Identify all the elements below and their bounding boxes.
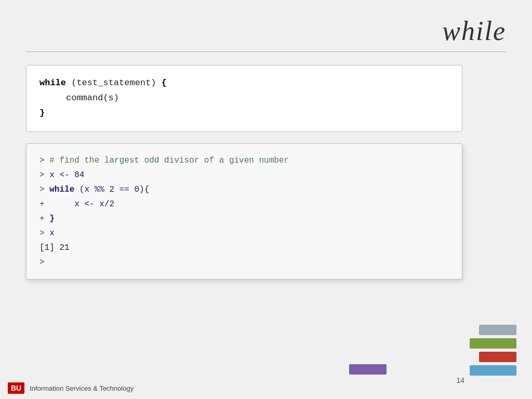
console-line-5: + } <box>39 211 449 226</box>
footer: BU Information Services & Technology <box>0 382 532 394</box>
syntax-line-3: } <box>39 106 449 121</box>
while-keyword-console: while <box>49 185 74 194</box>
plus-2: + <box>39 214 45 223</box>
console-line-8: > <box>39 255 449 270</box>
slide: while while (test_statement) { command(s… <box>0 0 532 399</box>
code-close-brace: } <box>49 214 55 223</box>
decoration-bars <box>470 325 516 376</box>
code-while-start: while (x %% 2 == 0){ <box>49 185 149 194</box>
code-x-assign: x <- 84 <box>49 170 84 180</box>
bar-gray <box>479 325 516 335</box>
footer-org: Information Services & Technology <box>30 384 134 392</box>
while-keyword: while <box>39 78 66 88</box>
bar-purple <box>349 364 387 375</box>
comment-text: # find the largest odd divisor of a give… <box>49 156 289 165</box>
bar-green <box>470 338 516 349</box>
syntax-box: while (test_statement) { command(s) } <box>26 65 462 132</box>
bu-logo: BU <box>8 382 24 394</box>
close-brace: } <box>39 108 45 118</box>
console-line-1: > # find the largest odd divisor of a gi… <box>39 153 449 168</box>
title-area: while <box>26 16 506 46</box>
syntax-line-1: while (test_statement) { <box>39 76 449 91</box>
console-line-3: > while (x %% 2 == 0){ <box>39 182 449 197</box>
slide-title: while <box>442 16 506 46</box>
console-box: > # find the largest odd divisor of a gi… <box>26 143 462 280</box>
bar-red <box>479 352 516 362</box>
prompt-3: > <box>39 185 45 194</box>
prompt-4: > <box>39 229 45 238</box>
prompt-1: > <box>39 156 45 165</box>
console-line-6: > x <box>39 226 449 241</box>
console-line-2: > x <- 84 <box>39 168 449 182</box>
console-line-7: [1] 21 <box>39 241 449 255</box>
syntax-code: while (test_statement) { command(s) } <box>39 76 449 121</box>
bar-blue <box>470 365 516 376</box>
prompt-5: > <box>39 258 45 267</box>
result-value: [1] 21 <box>39 243 70 252</box>
syntax-line-2: command(s) <box>39 91 449 106</box>
prompt-2: > <box>39 170 45 180</box>
console-line-4: + x <- x/2 <box>39 197 449 211</box>
code-x-div: x <- x/2 <box>49 200 114 209</box>
open-brace: { <box>162 78 167 88</box>
code-x: x <box>49 229 55 238</box>
plus-1: + <box>39 200 45 209</box>
title-divider <box>26 51 506 52</box>
